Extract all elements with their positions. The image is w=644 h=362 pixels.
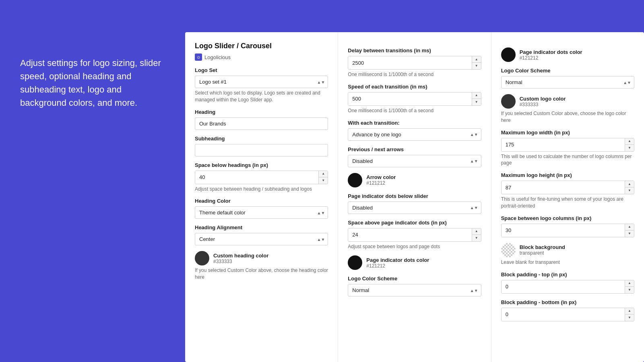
plugin-icon: ⊙ — [195, 53, 202, 61]
page-dots-color-swatch[interactable] — [348, 255, 362, 270]
delay-input[interactable] — [348, 56, 471, 69]
block-bg-swatch[interactable] — [501, 243, 516, 257]
space-above-dots-spinner: ▲ ▼ — [348, 228, 481, 242]
space-below-desc: Adjust space between heading / subheadin… — [195, 186, 328, 193]
custom-logo-color-hex: #333333 — [520, 102, 566, 107]
space-above-dots-btns: ▲ ▼ — [472, 228, 481, 241]
delay-desc: One millisecond is 1/1000th of a second — [348, 71, 481, 78]
space-above-dots-label: Space above page indicator dots (in px) — [348, 220, 481, 226]
custom-heading-color-desc: If you selected Custom Color above, choo… — [195, 267, 328, 281]
page-dots-color-row: Page indicator dots color #121212 — [348, 255, 481, 270]
custom-heading-color-info: Custom heading color #333333 — [213, 253, 268, 264]
logo-set-label: Logo Set — [195, 67, 328, 73]
col1: Logo Slider / Carousel ⊙ Logolicious Log… — [185, 32, 338, 362]
space-below-up-btn[interactable]: ▲ — [319, 171, 328, 177]
plugin-name: Logolicious — [204, 54, 231, 60]
block-padding-bottom-label: Block padding - bottom (in px) — [501, 299, 634, 305]
max-logo-width-desc: This will be used to calculate the numbe… — [501, 153, 634, 167]
speed-input[interactable] — [348, 93, 471, 105]
space-below-label: Space below headings (in px) — [195, 162, 328, 168]
heading-color-label: Heading Color — [195, 198, 328, 204]
description-text: Adjust settings for logo sizing, slider … — [20, 56, 165, 109]
custom-logo-color-row: Custom logo color #333333 — [501, 94, 634, 109]
panel-title: Logo Slider / Carousel — [195, 42, 328, 50]
arrows-select-wrap: Disabled Enabled ▲▼ — [348, 155, 481, 167]
subheading-label: Subheading — [195, 136, 328, 142]
max-logo-width-down-btn[interactable]: ▼ — [625, 145, 634, 151]
custom-logo-color-swatch[interactable] — [501, 94, 516, 109]
logo-color-scheme-select[interactable]: Normal Inverted Custom Color — [348, 284, 481, 296]
col3-page-dots-color-row: Page indicator dots color #121212 — [501, 47, 634, 62]
col3-page-dots-color-hex: #121212 — [520, 55, 582, 61]
col3: Page indicator dots color #121212 Logo C… — [491, 32, 644, 362]
speed-down-btn[interactable]: ▼ — [472, 99, 481, 105]
delay-spinner-btns: ▲ ▼ — [472, 56, 481, 69]
page-dots-color-hex: #121212 — [366, 263, 429, 269]
col3-logo-color-scheme-select[interactable]: Normal Inverted Custom Color — [501, 76, 634, 88]
space-between-cols-down-btn[interactable]: ▼ — [625, 230, 634, 237]
arrow-color-info: Arrow color #121212 — [366, 174, 396, 186]
settings-panel: Logo Slider / Carousel ⊙ Logolicious Log… — [185, 32, 644, 362]
transition-label: With each transition: — [348, 120, 481, 126]
speed-up-btn[interactable]: ▲ — [472, 93, 481, 99]
transition-select[interactable]: Advance by one logo Advance by one page — [348, 128, 481, 141]
delay-label: Delay between transitions (in ms) — [348, 47, 481, 53]
block-padding-top-btns: ▲ ▼ — [625, 280, 634, 293]
space-above-dots-up-btn[interactable]: ▲ — [472, 228, 481, 235]
speed-spinner: ▲ ▼ — [348, 92, 481, 106]
max-logo-height-input[interactable] — [502, 181, 625, 194]
col2: Delay between transitions (in ms) ▲ ▼ On… — [338, 32, 491, 362]
transition-select-wrap: Advance by one logo Advance by one page … — [348, 128, 481, 141]
heading-color-select[interactable]: Theme default color Custom Color — [195, 206, 328, 219]
space-between-cols-input[interactable] — [502, 224, 625, 237]
subheading-input[interactable] — [195, 144, 328, 156]
max-logo-height-spinner: ▲ ▼ — [501, 181, 634, 194]
max-logo-height-desc: This is useful for fine-tuning when some… — [501, 196, 634, 210]
block-padding-bottom-up-btn[interactable]: ▲ — [625, 308, 634, 315]
space-below-input[interactable] — [195, 171, 318, 184]
heading-input[interactable] — [195, 117, 328, 130]
col3-logo-color-scheme-label: Logo Color Scheme — [501, 68, 634, 74]
block-bg-desc: Leave blank for transparent — [501, 259, 634, 266]
block-padding-top-label: Block padding - top (in px) — [501, 272, 634, 278]
space-above-dots-down-btn[interactable]: ▼ — [472, 235, 481, 241]
logo-set-select-wrap: Logo set #1 Logo set #2 ▲▼ — [195, 76, 328, 88]
custom-logo-color-desc: If you selected Custom Color above, choo… — [501, 110, 634, 124]
delay-up-btn[interactable]: ▲ — [472, 56, 481, 63]
block-padding-top-input[interactable] — [502, 280, 625, 293]
arrow-color-name: Arrow color — [366, 174, 396, 180]
space-below-down-btn[interactable]: ▼ — [319, 177, 328, 184]
max-logo-width-spinner: ▲ ▼ — [501, 138, 634, 152]
space-between-cols-label: Space between logo columns (in px) — [501, 215, 634, 221]
max-logo-width-input[interactable] — [502, 138, 625, 151]
block-padding-top-down-btn[interactable]: ▼ — [625, 287, 634, 293]
heading-align-label: Heading Alignment — [195, 224, 328, 230]
block-bg-row: Block background transparent — [501, 243, 634, 257]
heading-align-select[interactable]: Left Center Right — [195, 233, 328, 245]
page-dots-color-info: Page indicator dots color #121212 — [366, 257, 429, 269]
space-between-cols-up-btn[interactable]: ▲ — [625, 224, 634, 230]
custom-heading-color-hex: #333333 — [213, 259, 268, 264]
block-padding-bottom-input[interactable] — [502, 308, 625, 321]
page-dots-select[interactable]: Disabled Enabled — [348, 202, 481, 214]
custom-heading-color-swatch[interactable] — [195, 251, 209, 265]
space-above-dots-input[interactable] — [348, 228, 471, 241]
speed-label: Speed of each transition (in ms) — [348, 84, 481, 90]
max-logo-height-label: Maximum logo height (in px) — [501, 172, 634, 178]
arrow-color-swatch[interactable] — [348, 173, 362, 187]
logo-set-select[interactable]: Logo set #1 Logo set #2 — [195, 76, 328, 88]
space-below-spinner-btns: ▲ ▼ — [318, 171, 328, 184]
arrows-label: Previous / next arrows — [348, 146, 481, 152]
page-dots-label: Page indicator dots below slider — [348, 193, 481, 199]
page-dots-color-name: Page indicator dots color — [366, 257, 429, 263]
max-logo-height-down-btn[interactable]: ▼ — [625, 187, 634, 194]
max-logo-height-up-btn[interactable]: ▲ — [625, 181, 634, 187]
col3-page-dots-color-swatch[interactable] — [501, 47, 516, 62]
custom-heading-color-row: Custom heading color #333333 — [195, 251, 328, 265]
max-logo-width-up-btn[interactable]: ▲ — [625, 138, 634, 145]
block-padding-top-up-btn[interactable]: ▲ — [625, 280, 634, 287]
delay-down-btn[interactable]: ▼ — [472, 63, 481, 69]
arrows-select[interactable]: Disabled Enabled — [348, 155, 481, 167]
speed-desc: One millisecond is 1/1000th of a second — [348, 107, 481, 114]
block-padding-bottom-down-btn[interactable]: ▼ — [625, 315, 634, 321]
